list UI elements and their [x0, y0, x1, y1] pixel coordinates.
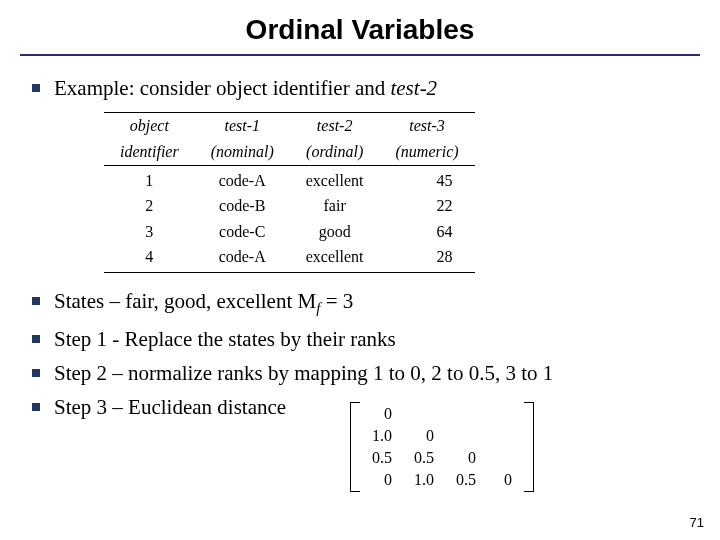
cell-t2: good [290, 219, 380, 245]
bracket-right-icon [524, 402, 534, 492]
matrix-table: 0 1.0 0 0.5 0.5 0 0 1.0 0.5 0 [360, 402, 524, 492]
cell-id: 2 [104, 193, 195, 219]
matrix-cell: 0 [362, 404, 402, 424]
table-row: 3 code-C good 64 [104, 219, 475, 245]
cell-t1: code-B [195, 193, 290, 219]
cell-t2: excellent [290, 244, 380, 272]
matrix-cell: 0 [362, 470, 402, 490]
cell-t1: code-A [195, 244, 290, 272]
matrix-cell [488, 426, 522, 446]
matrix-cell [404, 404, 444, 424]
matrix-row: 1.0 0 [362, 426, 522, 446]
bullet-list: Example: consider object identifier and … [26, 74, 694, 422]
page-number: 71 [690, 515, 704, 530]
matrix-cell [488, 404, 522, 424]
slide-content: Example: consider object identifier and … [0, 74, 720, 422]
table-header-row-2: identifier (nominal) (ordinal) (numeric) [104, 139, 475, 165]
cell-t2: fair [290, 193, 380, 219]
table-row: 1 code-A excellent 45 [104, 165, 475, 193]
matrix-row: 0.5 0.5 0 [362, 448, 522, 468]
cell-t2: excellent [290, 165, 380, 193]
slide-title: Ordinal Variables [0, 0, 720, 54]
data-table: object test-1 test-2 test-3 identifier (… [104, 112, 475, 273]
cell-t3: 45 [380, 165, 475, 193]
cell-t1: code-C [195, 219, 290, 245]
cell-id: 4 [104, 244, 195, 272]
cell-t3: 64 [380, 219, 475, 245]
distance-matrix: 0 1.0 0 0.5 0.5 0 0 1.0 0.5 0 [350, 402, 534, 492]
cell-t3: 22 [380, 193, 475, 219]
table-row: 2 code-B fair 22 [104, 193, 475, 219]
cell-t1: code-A [195, 165, 290, 193]
col-header-test2: test-2 [290, 113, 380, 139]
matrix-cell: 1.0 [362, 426, 402, 446]
matrix-cell: 1.0 [404, 470, 444, 490]
matrix-cell: 0 [446, 448, 486, 468]
data-table-wrap: object test-1 test-2 test-3 identifier (… [104, 112, 694, 273]
matrix-cell [446, 426, 486, 446]
matrix-cell: 0.5 [362, 448, 402, 468]
bullet-4: Step 2 – normalize ranks by mapping 1 to… [26, 359, 694, 387]
table-header-row-1: object test-1 test-2 test-3 [104, 113, 475, 139]
col-sub-test3: (numeric) [380, 139, 475, 165]
bullet-3: Step 1 - Replace the states by their ran… [26, 325, 694, 353]
bullet-1-text: Example: consider object identifier and [54, 76, 390, 100]
matrix-cell: 0.5 [404, 448, 444, 468]
table-row: 4 code-A excellent 28 [104, 244, 475, 272]
bullet-1-italic: test-2 [390, 76, 437, 100]
cell-id: 3 [104, 219, 195, 245]
matrix-cell: 0 [404, 426, 444, 446]
matrix-row: 0 1.0 0.5 0 [362, 470, 522, 490]
bullet-2: States – fair, good, excellent Mf = 3 [26, 287, 694, 319]
col-header-test1: test-1 [195, 113, 290, 139]
matrix-cell [488, 448, 522, 468]
bullet-2-post: = 3 [320, 289, 353, 313]
col-header-object: object [104, 113, 195, 139]
matrix-cell: 0 [488, 470, 522, 490]
col-sub-test1: (nominal) [195, 139, 290, 165]
col-header-test3: test-3 [380, 113, 475, 139]
col-sub-test2: (ordinal) [290, 139, 380, 165]
title-divider [20, 54, 700, 56]
bracket-left-icon [350, 402, 360, 492]
matrix-cell [446, 404, 486, 424]
matrix-cell: 0.5 [446, 470, 486, 490]
cell-t3: 28 [380, 244, 475, 272]
cell-id: 1 [104, 165, 195, 193]
bullet-1: Example: consider object identifier and … [26, 74, 694, 273]
bullet-2-pre: States – fair, good, excellent M [54, 289, 316, 313]
col-sub-object: identifier [104, 139, 195, 165]
matrix-row: 0 [362, 404, 522, 424]
